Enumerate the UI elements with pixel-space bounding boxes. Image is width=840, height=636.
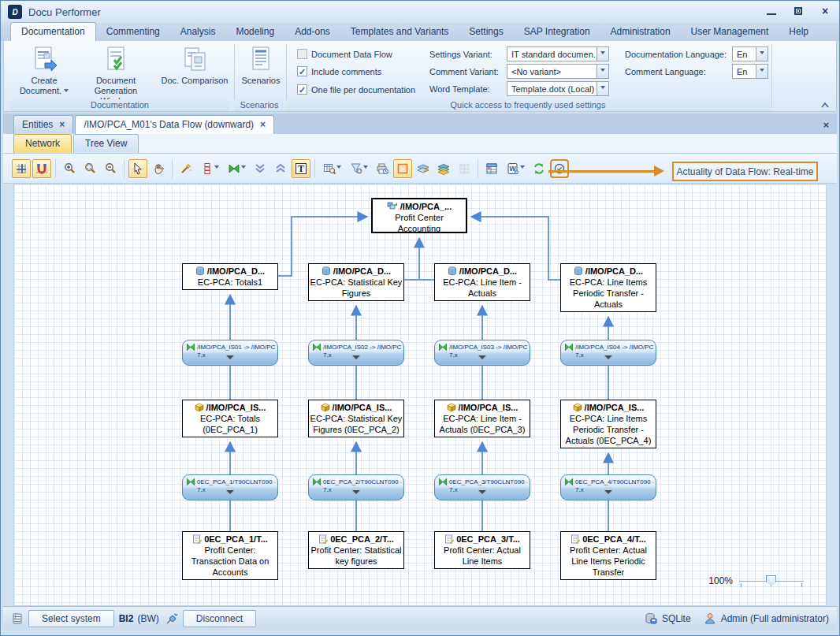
frame-button[interactable] xyxy=(393,159,412,178)
maximize-button[interactable] xyxy=(792,6,805,17)
scenarios-button[interactable]: Scenarios xyxy=(239,46,283,86)
grid-view-button[interactable] xyxy=(482,159,501,178)
tab-tree-view[interactable]: Tree View xyxy=(73,134,139,153)
ribbon-tab-documentation[interactable]: Documentation xyxy=(10,22,96,41)
ribbon-tab-sap-integration[interactable]: SAP Integration xyxy=(514,23,600,41)
one-file-checkbox[interactable] xyxy=(297,84,307,95)
transformation-lower-4[interactable]: 0EC_PCA_4/T90CLNT090 -> /I... 7.x xyxy=(560,474,656,500)
expander-icon[interactable] xyxy=(226,355,234,363)
include-comments-checkbox[interactable] xyxy=(297,66,307,76)
matrix-button[interactable] xyxy=(455,159,474,178)
node-infosource-1[interactable]: /IMO/PCA_IS... EC-PCA: Totals (0EC_PCA_1… xyxy=(182,400,278,437)
expander-icon[interactable] xyxy=(226,490,234,498)
diagram-canvas[interactable]: /IMO/PCA_... Profit Center Accounting /I… xyxy=(13,184,827,606)
tab-entities[interactable]: Entities × xyxy=(13,115,73,134)
snap-lines-button[interactable] xyxy=(32,159,51,178)
comment-variant-select[interactable]: <No variant> xyxy=(507,64,609,79)
filter-settings-button[interactable] xyxy=(346,159,371,178)
word-template-dropdown-icon[interactable] xyxy=(597,82,608,95)
zoom-fit-button[interactable] xyxy=(80,159,99,178)
expand-all-button[interactable] xyxy=(271,159,290,178)
expander-icon[interactable] xyxy=(604,355,612,363)
document-data-flow-checkbox[interactable] xyxy=(297,49,307,59)
tab-network[interactable]: Network xyxy=(13,134,72,153)
print-time-button[interactable] xyxy=(373,159,392,178)
minimize-button[interactable] xyxy=(765,6,778,17)
ribbon-tab-help[interactable]: Help xyxy=(779,23,819,41)
node-datasource-4[interactable]: 0EC_PCA_4/T... Profit Center: Actual Lin… xyxy=(560,531,656,580)
node-infocube-pca[interactable]: /IMO/PCA_... Profit Center Accounting xyxy=(371,198,467,233)
node-datasource-2[interactable]: 0EC_PCA_2/T... Profit Center: Statistica… xyxy=(308,531,404,569)
layout-options-button[interactable] xyxy=(197,159,222,178)
word-template-select[interactable]: Template.dotx (Local) xyxy=(507,81,609,96)
ribbon-tab-user-management[interactable]: User Management xyxy=(681,23,779,41)
transformation-upper-3[interactable]: /IMO/PCA_IS03 -> /IMO/PCA... 7.x xyxy=(434,340,530,366)
ribbon-tab-modeling[interactable]: Modeling xyxy=(225,23,284,41)
node-dso-3[interactable]: /IMO/PCA_D... EC-PCA: Line Item - Actual… xyxy=(434,263,530,301)
actuality-clock-button[interactable] xyxy=(550,159,569,178)
node-datasource-1[interactable]: 0EC_PCA_1/T... Profit Center: Transactio… xyxy=(182,531,278,580)
tab-data-flow[interactable]: /IMO/PCA_M01's Data Flow (downward) × xyxy=(75,115,274,134)
create-document-button[interactable]: Create Document. xyxy=(18,46,70,96)
db-label[interactable]: SQLite xyxy=(662,613,691,624)
transformation-lower-3[interactable]: 0EC_PCA_3/T90CLNT090 -> /I... 7.x xyxy=(434,474,530,500)
node-dso-2[interactable]: /IMO/PCA_D... EC-PCA: Statistical Key Fi… xyxy=(308,263,404,301)
ribbon-tab-add-ons[interactable]: Add-ons xyxy=(284,23,340,41)
checkbox-document-data-flow[interactable]: Document Data Flow xyxy=(297,49,392,59)
comment-language-dropdown-icon[interactable] xyxy=(756,65,768,78)
node-dso-4[interactable]: /IMO/PCA_D... EC-PCA: Line Items Periodi… xyxy=(560,263,656,312)
settings-variant-dropdown-icon[interactable] xyxy=(597,47,608,61)
snap-grid-button[interactable] xyxy=(12,159,31,178)
node-datasource-3[interactable]: 0EC_PCA_3/T... Profit Center: Actual Lin… xyxy=(434,531,530,569)
comment-variant-dropdown-icon[interactable] xyxy=(597,65,608,78)
checkbox-include-comments[interactable]: Include comments xyxy=(297,66,381,76)
table-search-button[interactable] xyxy=(319,159,344,178)
layers-button[interactable] xyxy=(434,159,453,178)
ribbon-tab-administration[interactable]: Administration xyxy=(600,23,681,41)
expander-icon[interactable] xyxy=(352,355,360,363)
refresh-button[interactable] xyxy=(530,159,548,178)
ribbon-tab-templates-variants[interactable]: Templates and Variants xyxy=(340,23,459,41)
document-generation-window-button[interactable]: Document Generation Window xyxy=(78,46,154,106)
ribbon-collapse-icon[interactable] xyxy=(820,101,830,109)
expander-icon[interactable] xyxy=(604,490,612,498)
edit-layers-button[interactable] xyxy=(414,159,433,178)
user-label[interactable]: Admin (Full administrator) xyxy=(721,613,829,624)
disconnect-button[interactable]: Disconnect xyxy=(183,610,256,627)
transformation-upper-4[interactable]: /IMO/PCA_IS04 -> /IMO/PCA... 7.x xyxy=(560,340,656,366)
close-button[interactable]: × xyxy=(819,6,831,17)
doc-comparison-button[interactable]: Doc. Comparison xyxy=(158,46,231,86)
show-text-button[interactable]: T xyxy=(292,159,310,178)
tab-entities-close-icon[interactable]: × xyxy=(59,121,65,128)
node-infosource-4[interactable]: /IMO/PCA_IS... EC-PCA: Line Items Period… xyxy=(560,400,656,448)
pointer-tool-button[interactable] xyxy=(128,159,147,178)
transformation-lower-1[interactable]: 0EC_PCA_1/T90CLNT090 -> /I... 7.x xyxy=(182,474,278,500)
zoom-slider-handle[interactable] xyxy=(766,575,776,586)
node-infosource-3[interactable]: /IMO/PCA_IS... EC-PCA: Line Item - Actua… xyxy=(434,400,530,437)
word-export-button[interactable]: W xyxy=(503,159,528,178)
tab-data-flow-close-icon[interactable]: × xyxy=(260,121,266,128)
transformation-upper-1[interactable]: /IMO/PCA_IS01 -> /IMO/PCA... 7.x xyxy=(182,340,278,366)
zoom-in-button[interactable] xyxy=(60,159,79,178)
expander-icon[interactable] xyxy=(478,490,486,498)
node-infosource-2[interactable]: /IMO/PCA_IS... EC-PCA: Statistical Key F… xyxy=(308,400,404,437)
comment-language-select[interactable]: En xyxy=(732,64,768,79)
expander-icon[interactable] xyxy=(478,355,486,363)
zoom-slider[interactable] xyxy=(739,575,804,586)
documentation-language-dropdown-icon[interactable] xyxy=(756,47,768,61)
node-dso-1[interactable]: /IMO/PCA_D... EC-PCA: Totals1 xyxy=(182,263,278,290)
pan-tool-button[interactable] xyxy=(149,159,168,178)
transformation-view-button[interactable] xyxy=(224,159,249,178)
checkbox-one-file[interactable]: One file per documentation xyxy=(297,84,415,95)
ribbon-tab-settings[interactable]: Settings xyxy=(459,23,513,41)
ribbon-tab-analysis[interactable]: Analysis xyxy=(170,23,226,41)
ribbon-tab-commenting[interactable]: Commenting xyxy=(96,23,170,41)
collapse-all-button[interactable] xyxy=(251,159,269,178)
transformation-lower-2[interactable]: 0EC_PCA_2/T90CLNT090 -> /I... 7.x xyxy=(308,474,404,500)
expander-icon[interactable] xyxy=(352,490,360,498)
select-system-button[interactable]: Select system xyxy=(28,610,114,627)
auto-layout-button[interactable] xyxy=(177,159,195,178)
documentation-language-select[interactable]: En xyxy=(732,46,768,61)
transformation-upper-2[interactable]: /IMO/PCA_IS02 -> /IMO/PCA... 7.x xyxy=(308,340,404,366)
document-strip-close-icon[interactable]: × xyxy=(823,119,829,131)
